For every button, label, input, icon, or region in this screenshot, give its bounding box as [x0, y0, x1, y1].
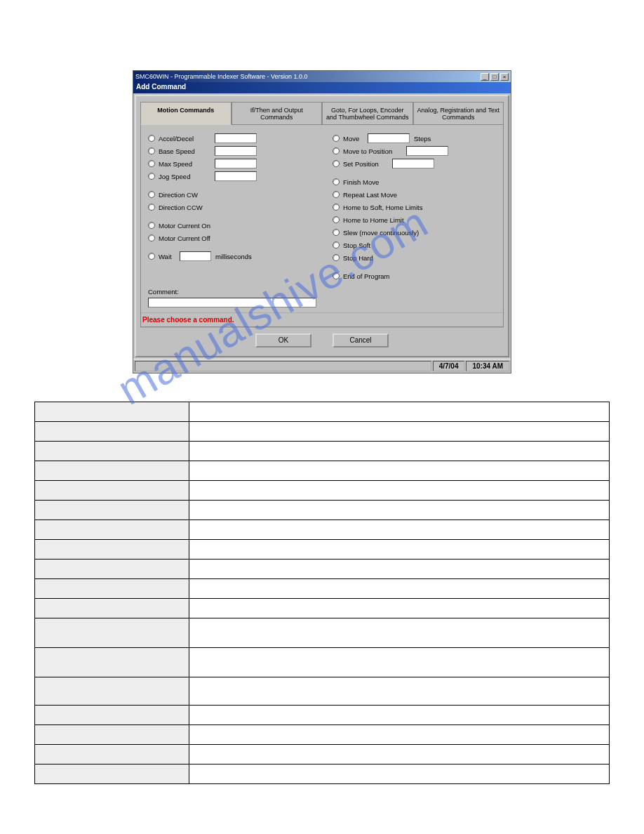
outer-titlebar: SMC60WIN - Programmable Indexer Software…: [133, 71, 511, 82]
opt-base[interactable]: Base Speed: [148, 145, 311, 157]
opt-repeat[interactable]: Repeat Last Move: [333, 188, 496, 201]
radio-icon: [148, 135, 155, 142]
minimize-icon[interactable]: _: [481, 73, 489, 81]
label-move: Move: [343, 135, 368, 143]
table-row: [35, 481, 610, 501]
opt-stophard[interactable]: Stop Hard: [333, 251, 496, 264]
opt-setpos[interactable]: Set Position: [333, 157, 496, 170]
radio-icon: [333, 216, 340, 223]
statusbar: 4/7/04 10:34 AM: [133, 359, 511, 373]
radio-icon: [148, 234, 155, 241]
input-wait[interactable]: [180, 251, 211, 261]
opt-stopsoft[interactable]: Stop Soft: [333, 239, 496, 251]
label-dircw: Direction CW: [159, 191, 198, 199]
label-setpos: Set Position: [343, 160, 392, 168]
input-base[interactable]: [215, 146, 257, 156]
radio-icon: [148, 147, 155, 154]
dialog-title: Add Command: [136, 83, 186, 91]
radio-icon: [148, 204, 155, 211]
maximize-icon[interactable]: □: [490, 73, 499, 81]
table-row: [35, 764, 610, 784]
radio-icon: [148, 160, 155, 167]
input-setpos[interactable]: [392, 159, 434, 168]
cancel-button[interactable]: Cancel: [333, 333, 389, 348]
input-move[interactable]: [368, 133, 410, 143]
label-slew: Slew (move continuously): [343, 229, 419, 237]
label-end: End of Program: [343, 272, 390, 280]
dialog-titlebar: Add Command: [133, 82, 511, 93]
comment-input[interactable]: [148, 298, 316, 307]
right-column: Move Steps Move to Position: [333, 132, 496, 282]
outer-window: SMC60WIN - Programmable Indexer Software…: [133, 70, 511, 373]
label-motoroff: Motor Current Off: [159, 234, 210, 242]
input-jog[interactable]: [215, 171, 257, 181]
label-repeat: Repeat Last Move: [343, 191, 397, 199]
tabpanel-motion: Accel/Decel Base Speed Max Speed: [140, 124, 504, 327]
table-row: [35, 422, 610, 442]
label-jog: Jog Speed: [159, 173, 215, 180]
opt-end[interactable]: End of Program: [333, 270, 496, 282]
input-movepos[interactable]: [406, 146, 448, 156]
opt-home-home[interactable]: Home to Home Limit: [333, 213, 496, 226]
radio-icon: [333, 135, 340, 142]
opt-jog[interactable]: Jog Speed: [148, 170, 311, 183]
radio-icon: [148, 173, 155, 180]
close-icon[interactable]: ×: [500, 73, 509, 81]
radio-icon: [333, 204, 340, 211]
radio-icon: [333, 147, 340, 154]
opt-accel[interactable]: Accel/Decel: [148, 132, 311, 145]
opt-home-soft[interactable]: Home to Soft, Home Limits: [333, 201, 496, 213]
opt-dircw[interactable]: Direction CW: [148, 188, 311, 201]
tab-analog-reg[interactable]: Analog, Registration and Text Commands: [413, 102, 504, 125]
label-finish: Finish Move: [343, 178, 379, 186]
opt-motoroff[interactable]: Motor Current Off: [148, 232, 311, 244]
tabstrip: Motion Commands If/Then and Output Comma…: [140, 102, 504, 125]
window-controls: _ □ ×: [481, 73, 509, 81]
manual-table: [34, 402, 610, 784]
table-row: [35, 520, 610, 540]
opt-wait[interactable]: Wait milliseconds: [148, 250, 311, 263]
table-row: [35, 560, 610, 579]
label-max: Max Speed: [159, 160, 215, 168]
table-row: [35, 725, 610, 745]
label-motoron: Motor Current On: [159, 222, 210, 230]
table-row: [35, 648, 610, 677]
label-stopsoft: Stop Soft: [343, 241, 370, 249]
error-message: Please choose a command.: [141, 312, 503, 326]
tab-goto-loops[interactable]: Goto, For Loops, Encoder and Thumbwheel …: [322, 102, 413, 125]
table-row: [35, 402, 610, 422]
label-wait-unit: milliseconds: [215, 253, 252, 260]
status-date: 4/7/04: [433, 361, 465, 371]
opt-movepos[interactable]: Move to Position: [333, 145, 496, 157]
table-row: [35, 501, 610, 520]
radio-icon: [333, 254, 340, 261]
opt-motoron[interactable]: Motor Current On: [148, 219, 311, 232]
label-movepos: Move to Position: [343, 147, 406, 155]
dialog-buttons: OK Cancel: [140, 327, 504, 352]
opt-finish[interactable]: Finish Move: [333, 176, 496, 188]
dialog-body: Motion Commands If/Then and Output Comma…: [135, 95, 509, 357]
input-max[interactable]: [215, 159, 257, 168]
table-row: [35, 461, 610, 481]
ok-button[interactable]: OK: [255, 333, 311, 348]
opt-max[interactable]: Max Speed: [148, 157, 311, 170]
label-home-home: Home to Home Limit: [343, 216, 404, 224]
label-accel: Accel/Decel: [159, 135, 215, 143]
table-row: [35, 677, 610, 706]
radio-icon: [148, 191, 155, 198]
tab-motion-commands[interactable]: Motion Commands: [140, 102, 232, 125]
tab-ifthen-output[interactable]: If/Then and Output Commands: [232, 102, 323, 125]
opt-slew[interactable]: Slew (move continuously): [333, 226, 496, 239]
table-row: [35, 618, 610, 648]
input-accel[interactable]: [215, 133, 257, 143]
opt-dirccw[interactable]: Direction CCW: [148, 201, 311, 213]
table-row: [35, 745, 610, 764]
label-wait: Wait: [159, 253, 180, 260]
table-row: [35, 442, 610, 461]
radio-icon: [333, 160, 340, 167]
table-row: [35, 579, 610, 599]
label-home-soft: Home to Soft, Home Limits: [343, 204, 423, 211]
opt-move[interactable]: Move Steps: [333, 132, 496, 145]
label-stophard: Stop Hard: [343, 254, 373, 262]
radio-icon: [333, 178, 340, 185]
